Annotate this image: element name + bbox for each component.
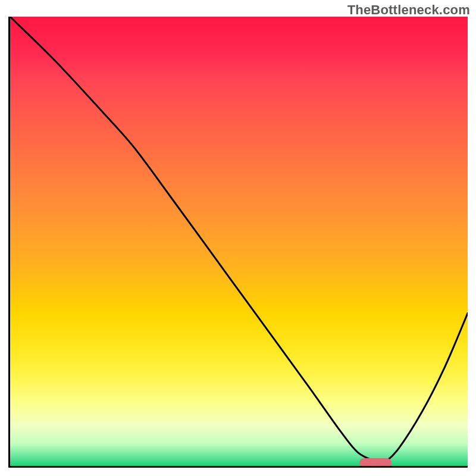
plot-area [8, 17, 468, 468]
optimal-marker [359, 458, 392, 468]
chart-canvas: TheBottleneck.com [0, 0, 476, 476]
watermark-text: TheBottleneck.com [347, 2, 470, 18]
bottleneck-curve-path [10, 17, 468, 463]
curve-layer [10, 17, 468, 466]
